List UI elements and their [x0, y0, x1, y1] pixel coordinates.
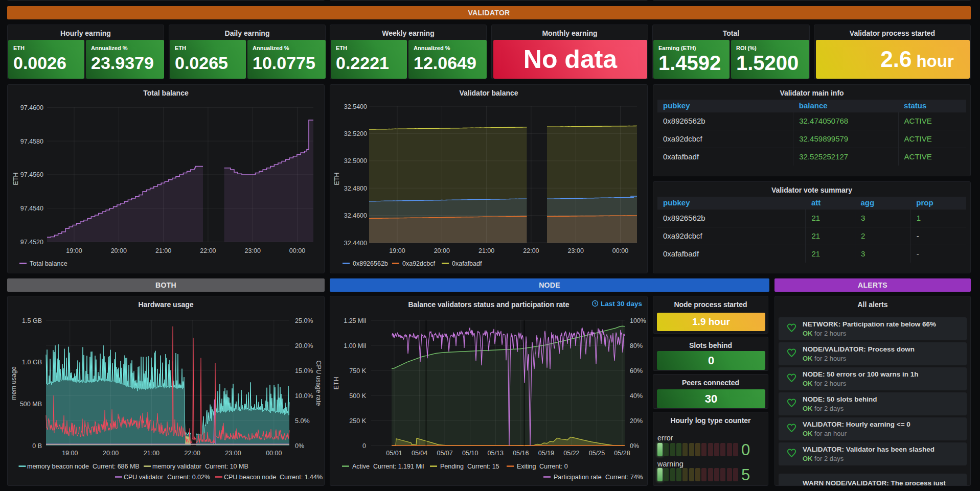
svg-text:1.5 GB: 1.5 GB	[22, 317, 42, 324]
svg-text:05/10: 05/10	[462, 450, 478, 457]
svg-text:20.0%: 20.0%	[295, 342, 313, 349]
svg-text:22:00: 22:00	[185, 450, 200, 457]
svg-text:20:00: 20:00	[111, 247, 127, 254]
svg-text:Current: 686 MB: Current: 686 MB	[93, 463, 140, 470]
svg-text:19:00: 19:00	[389, 247, 405, 254]
svg-text:05/28: 05/28	[614, 450, 630, 457]
svg-text:05/13: 05/13	[488, 450, 504, 457]
svg-text:Total balance: Total balance	[30, 260, 67, 267]
svg-text:0: 0	[362, 442, 366, 450]
svg-text:10.0%: 10.0%	[295, 392, 313, 400]
svg-text:21:00: 21:00	[144, 450, 159, 457]
svg-text:0xa92dcbcf: 0xa92dcbcf	[402, 260, 435, 267]
svg-text:21:00: 21:00	[155, 247, 171, 254]
svg-text:97.4540: 97.4540	[20, 205, 43, 212]
svg-text:100%: 100%	[630, 317, 646, 324]
svg-text:05/19: 05/19	[538, 450, 554, 457]
svg-text:Current: 10 MB: Current: 10 MB	[205, 463, 248, 470]
svg-text:500 K: 500 K	[349, 392, 366, 400]
svg-text:19:00: 19:00	[66, 247, 82, 254]
svg-text:05/01: 05/01	[386, 450, 402, 457]
svg-text:80%: 80%	[630, 342, 643, 349]
svg-text:CPU usage rate: CPU usage rate	[315, 361, 322, 406]
svg-text:Pending: Pending	[440, 463, 464, 470]
svg-text:CPU validator: CPU validator	[124, 474, 163, 481]
svg-text:0%: 0%	[630, 442, 639, 450]
svg-text:20:00: 20:00	[103, 450, 119, 457]
svg-text:32.4800: 32.4800	[344, 185, 367, 192]
svg-text:Participation rate: Participation rate	[554, 474, 602, 481]
svg-text:CPU beacon node: CPU beacon node	[224, 474, 276, 481]
svg-text:Current: 0.02%: Current: 0.02%	[167, 474, 210, 481]
svg-text:memory beacon node: memory beacon node	[27, 463, 89, 470]
svg-text:19:00: 19:00	[62, 450, 78, 457]
svg-text:Current: 1.191 Mil: Current: 1.191 Mil	[373, 463, 424, 470]
svg-text:05/22: 05/22	[563, 450, 579, 457]
svg-text:32.4400: 32.4400	[344, 240, 367, 247]
svg-text:97.4520: 97.4520	[20, 239, 43, 246]
svg-text:0xafafbadf: 0xafafbadf	[452, 260, 482, 267]
svg-text:32.5000: 32.5000	[344, 157, 367, 165]
svg-text:00:00: 00:00	[289, 247, 305, 254]
svg-text:32.5400: 32.5400	[344, 103, 367, 110]
svg-text:Active: Active	[352, 463, 370, 470]
svg-text:1.00 Mil: 1.00 Mil	[344, 342, 366, 349]
svg-text:05/16: 05/16	[513, 450, 529, 457]
svg-text:ETH: ETH	[12, 173, 19, 185]
svg-text:97.4600: 97.4600	[20, 104, 43, 111]
svg-text:22:00: 22:00	[523, 247, 539, 254]
svg-text:21:00: 21:00	[478, 247, 494, 254]
svg-text:05/25: 05/25	[589, 450, 605, 457]
svg-text:0%: 0%	[295, 442, 304, 450]
svg-text:25.0%: 25.0%	[295, 317, 313, 324]
svg-text:05/04: 05/04	[412, 450, 427, 457]
svg-text:32.5200: 32.5200	[344, 130, 367, 137]
svg-text:40%: 40%	[630, 392, 643, 400]
svg-text:5.0%: 5.0%	[295, 417, 310, 425]
svg-text:23:00: 23:00	[245, 247, 261, 254]
svg-text:32.4600: 32.4600	[344, 212, 367, 219]
svg-text:0 B: 0 B	[32, 442, 42, 450]
svg-text:Current: 0: Current: 0	[539, 463, 568, 470]
svg-text:00:00: 00:00	[266, 450, 282, 457]
svg-text:Exiting: Exiting	[517, 463, 536, 470]
svg-text:22:00: 22:00	[200, 247, 216, 254]
svg-text:23:00: 23:00	[225, 450, 241, 457]
svg-text:15.0%: 15.0%	[295, 367, 313, 375]
svg-text:20%: 20%	[630, 417, 643, 425]
svg-text:97.4580: 97.4580	[20, 138, 43, 145]
svg-text:Current: 15: Current: 15	[467, 463, 499, 470]
svg-text:500 MB: 500 MB	[20, 401, 42, 408]
svg-text:ETH: ETH	[333, 377, 340, 390]
svg-text:97.4560: 97.4560	[20, 171, 43, 178]
svg-text:23:00: 23:00	[568, 247, 584, 254]
svg-text:Current: 1.44%: Current: 1.44%	[280, 474, 323, 481]
svg-text:mem usage: mem usage	[10, 366, 17, 400]
svg-text:250 K: 250 K	[349, 417, 366, 425]
svg-text:Current: 74%: Current: 74%	[605, 474, 643, 481]
svg-text:1.0 GB: 1.0 GB	[22, 359, 42, 366]
svg-text:05/07: 05/07	[437, 450, 452, 457]
svg-text:ETH: ETH	[333, 173, 340, 185]
svg-text:60%: 60%	[630, 367, 643, 375]
svg-text:00:00: 00:00	[612, 247, 628, 254]
svg-text:memory validator: memory validator	[152, 463, 201, 470]
svg-text:0x8926562b: 0x8926562b	[353, 260, 388, 267]
svg-text:1.25 Mil: 1.25 Mil	[344, 317, 366, 324]
svg-text:20:00: 20:00	[434, 247, 450, 254]
svg-text:750 K: 750 K	[349, 367, 366, 375]
